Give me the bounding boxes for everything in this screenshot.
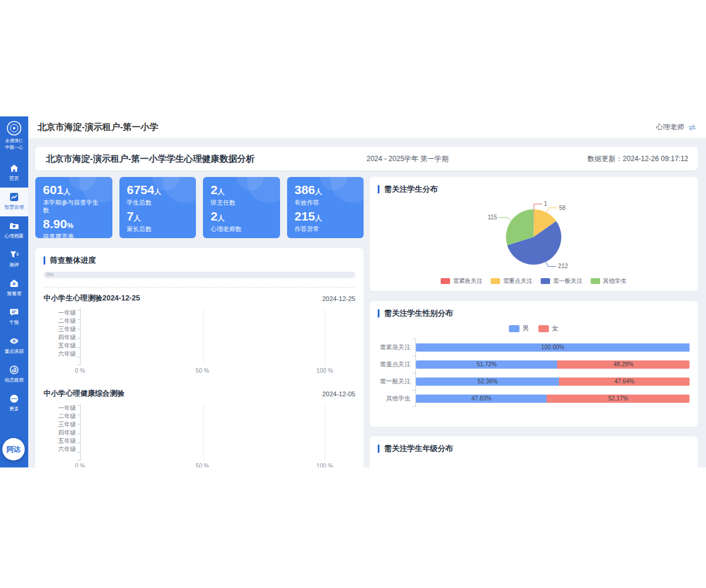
sidebar-item-label: 重点追踪 <box>4 348 24 355</box>
sidebar-item-3[interactable]: 心理档案 <box>0 216 28 245</box>
stacked-bar[interactable]: 52.36%47.64% <box>415 373 690 390</box>
female-segment: 47.64% <box>559 377 690 386</box>
gender-legend-item-男[interactable]: 男 <box>509 324 529 333</box>
grade-bar-row <box>81 348 325 356</box>
grade-tick-label: 六年级 <box>44 350 80 358</box>
stat-card-2[interactable]: 6754人学生总数7人家长总数 <box>119 177 197 238</box>
pie-legend: 需紧急关注需重点关注需一般关注其他学生 <box>378 277 690 285</box>
title-accent-bar <box>378 445 379 453</box>
sidebar-item-label: 干预 <box>9 319 19 326</box>
sidebar-item-5[interactable]: 预警库 <box>0 274 28 303</box>
male-segment: 51.72% <box>416 360 557 369</box>
switch-role-icon[interactable] <box>688 124 697 131</box>
sidebar-item-1[interactable]: 首页 <box>0 159 28 188</box>
school-name: 北京市海淀-演示租户-第一小学 <box>38 122 158 133</box>
gender-bar-row-3: 需一般关注52.36%47.64% <box>378 373 690 390</box>
pie-legend-item-4[interactable]: 其他学生 <box>591 277 627 285</box>
pie-value-label: 212 <box>558 263 568 269</box>
sidebar-item-label: 智慧管理 <box>4 204 24 211</box>
test-chart-1: 中小学生心理测验2024-12-252024-12-25一年级二年级三年级四年级… <box>44 293 355 376</box>
pie-value-label: 1 <box>544 201 548 207</box>
gender-row-label: 需紧急关注 <box>378 343 415 352</box>
grade-tick-label: 三年级 <box>44 420 80 429</box>
pie-legend-item-2[interactable]: 需重点关注 <box>491 277 532 285</box>
sidebar-item-9[interactable]: 更多 <box>0 389 28 418</box>
sidebar-item-2[interactable]: 智慧管理 <box>0 188 28 216</box>
grade-bar-row <box>81 319 325 328</box>
stacked-bar[interactable]: 51.72%48.28% <box>415 356 690 373</box>
grade-tick-label: 一年级 <box>44 309 80 317</box>
chart-icon <box>9 192 19 202</box>
attention-distribution-panel: 需关注学生分布 158212115 需紧急关注需重点关注需一般关注其他学生 <box>369 177 698 291</box>
sidebar-item-label: 更多 <box>9 406 19 413</box>
x-axis-tick-label: 50 % <box>196 463 209 467</box>
right-column: 需关注学生分布 158212115 需紧急关注需重点关注需一般关注其他学生 需关… <box>369 177 698 467</box>
main-content: 北京市海淀-演示租户-第一小学学生心理健康数据分析 2024 - 2025学年 … <box>28 139 706 467</box>
sidebar-item-7[interactable]: 重点追踪 <box>0 332 28 360</box>
x-axis: 0 %50 %100 % <box>80 463 325 467</box>
x-axis-tick-label: 100 % <box>317 463 333 467</box>
title-accent-bar <box>378 185 379 193</box>
assistant-badge[interactable]: 阿达 <box>2 438 25 460</box>
topbar: 北京市海淀-演示租户-第一小学 心理老师 <box>28 116 706 139</box>
stacked-bar[interactable]: 47.83%52.17% <box>415 390 690 407</box>
female-segment: 52.17% <box>547 395 690 403</box>
plot-area <box>80 404 325 460</box>
plot-area <box>80 309 325 365</box>
test-progress-charts: 中小学生心理测验2024-12-252024-12-25一年级二年级三年级四年级… <box>44 293 355 467</box>
pie-legend-item-3[interactable]: 需一般关注 <box>541 277 582 285</box>
grade-bar-row <box>81 424 325 432</box>
grade-bar-row <box>81 433 325 442</box>
sidebar-item-label: 首页 <box>9 175 19 182</box>
stat-value: 215人 <box>295 209 357 225</box>
observe-icon <box>9 365 19 375</box>
pie-leader-line <box>499 218 511 220</box>
legend-label: 女 <box>552 324 558 333</box>
gender-bar-chart: 需紧急关注100.00%需重点关注51.72%48.28%需一般关注52.36%… <box>378 339 690 407</box>
stat-card-3[interactable]: 2人班主任数2人心理老师数 <box>203 177 280 238</box>
grade-tick-label: 二年级 <box>44 412 80 420</box>
sidebar-item-6[interactable]: 干预 <box>0 303 28 332</box>
legend-swatch <box>538 325 549 332</box>
gender-legend-item-女[interactable]: 女 <box>538 324 558 333</box>
stat-cards-row: 601人本学期参与筛查学生数8.90%筛查覆盖率6754人学生总数7人家长总数2… <box>35 177 364 238</box>
male-segment: 47.83% <box>416 395 547 403</box>
stat-card-4[interactable]: 386人有效作答215人作答异常 <box>287 177 364 238</box>
y-axis-labels: 一年级二年级三年级四年级五年级六年级 <box>44 309 80 365</box>
sidebar-item-8[interactable]: 动态观察 <box>0 360 28 389</box>
logo-icon <box>6 121 22 136</box>
dashboard-title: 北京市海淀-演示租户-第一小学学生心理健康数据分析 <box>46 153 255 165</box>
left-column: 601人本学期参与筛查学生数8.90%筛查覆盖率6754人学生总数7人家长总数2… <box>35 177 364 467</box>
grade-bar-row <box>81 357 325 365</box>
stat-label: 本学期参与筛查学生数 <box>43 199 105 214</box>
legend-label: 需紧急关注 <box>453 277 482 285</box>
title-accent-bar <box>44 256 45 265</box>
pie-legend-item-1[interactable]: 需紧急关注 <box>441 277 482 285</box>
sidebar-item-4[interactable]: 测评 <box>0 245 28 274</box>
stat-label: 家长总数 <box>127 225 189 233</box>
x-axis: 0 %50 %100 % <box>80 368 325 376</box>
grade-distribution-panel: 需关注学生年级分布 <box>369 436 698 467</box>
stat-label: 有效作答 <box>295 199 357 206</box>
grade-bar-row <box>81 443 325 451</box>
brand-line1: 京师博仁 <box>5 138 23 144</box>
grade-tick-label: 六年级 <box>44 445 80 453</box>
gender-bar-row-2: 需重点关注51.72%48.28% <box>378 356 690 373</box>
gender-bar-row-1: 需紧急关注100.00% <box>378 339 690 356</box>
stacked-bar[interactable]: 100.00% <box>415 339 690 356</box>
sidebar-item-label: 心理档案 <box>4 233 24 240</box>
stat-card-1[interactable]: 601人本学期参与筛查学生数8.90%筛查覆盖率 <box>35 177 112 238</box>
legend-label: 男 <box>522 324 529 333</box>
x-axis-tick-label: 50 % <box>196 368 209 374</box>
sidebar-item-label: 动态观察 <box>4 377 24 384</box>
grade-tick-label: 五年级 <box>44 437 80 445</box>
overall-progress-bar: 0% <box>44 272 355 278</box>
funnel-icon <box>9 250 19 259</box>
progress-title: 筛查整体进度 <box>50 255 96 266</box>
female-segment: 48.28% <box>557 360 690 369</box>
attention-pie-chart[interactable]: 158212115 <box>378 195 690 276</box>
pie-leader-line <box>534 204 542 209</box>
gender-row-label: 需重点关注 <box>378 360 415 369</box>
grade-bar-row <box>81 329 325 337</box>
x-axis-tick-label: 0 % <box>75 463 85 467</box>
